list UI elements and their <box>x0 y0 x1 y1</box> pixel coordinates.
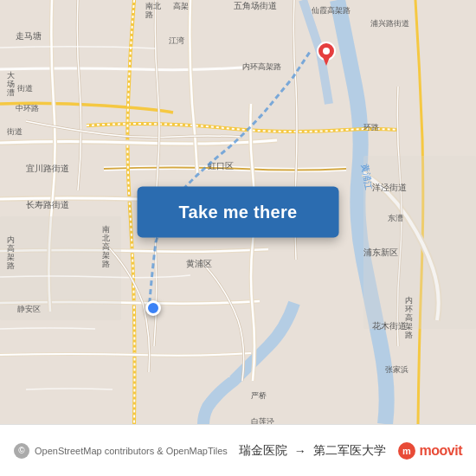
svg-text:中环路: 中环路 <box>16 104 39 113</box>
svg-text:宜川路街道: 宜川路街道 <box>26 164 69 173</box>
copyright-text: OpenStreetMap contributors & OpenMapTile… <box>35 446 228 456</box>
svg-text:静安区: 静安区 <box>17 305 41 313</box>
svg-text:浦东新区: 浦东新区 <box>363 248 398 257</box>
svg-text:张家浜: 张家浜 <box>385 365 408 374</box>
svg-text:北: 北 <box>102 234 110 242</box>
svg-text:环: 环 <box>405 305 413 313</box>
svg-text:高: 高 <box>102 242 110 251</box>
route-origin: 瑞金医院 <box>239 443 287 459</box>
destination-pin <box>317 42 336 71</box>
svg-text:内: 内 <box>405 296 413 305</box>
svg-text:m: m <box>402 446 411 456</box>
copyright-area: © OpenStreetMap contributors & OpenMapTi… <box>14 443 228 459</box>
svg-text:南: 南 <box>102 225 110 234</box>
svg-text:洋泾街道: 洋泾街道 <box>372 183 407 192</box>
svg-text:内环高架路: 内环高架路 <box>242 62 281 71</box>
svg-text:东漕: 东漕 <box>388 214 403 222</box>
route-destination: 第二军医大学 <box>313 443 386 459</box>
route-info: 瑞金医院 → 第二军医大学 <box>239 443 386 459</box>
svg-text:大: 大 <box>7 71 15 80</box>
svg-text:内: 内 <box>7 235 15 244</box>
svg-text:环路: 环路 <box>363 123 379 132</box>
moovit-logo-icon: m <box>397 441 416 460</box>
svg-text:严桥: 严桥 <box>251 391 267 400</box>
svg-text:江湾: 江湾 <box>169 36 184 45</box>
svg-text:长寿路街道: 长寿路街道 <box>26 200 69 209</box>
svg-text:五角场街道: 五角场街道 <box>234 1 277 10</box>
svg-text:黄浦区: 黄浦区 <box>186 259 212 268</box>
origin-pin <box>145 300 161 316</box>
svg-text:高: 高 <box>405 313 413 322</box>
svg-text:花木街道: 花木街道 <box>372 321 407 331</box>
svg-text:架: 架 <box>102 251 110 260</box>
svg-text:路: 路 <box>405 331 413 339</box>
svg-text:街道: 街道 <box>7 127 23 136</box>
svg-text:街道: 街道 <box>17 84 33 93</box>
svg-marker-49 <box>323 57 330 66</box>
svg-text:路: 路 <box>7 261 15 270</box>
svg-text:场: 场 <box>6 80 15 88</box>
moovit-logo: m moovit <box>397 441 462 460</box>
bottom-bar: © OpenStreetMap contributors & OpenMapTi… <box>0 424 476 476</box>
svg-point-48 <box>323 48 330 55</box>
svg-text:高架: 高架 <box>173 2 189 10</box>
take-me-there-button[interactable]: Take me there <box>138 187 339 238</box>
copyright-icon: © <box>14 443 29 459</box>
button-overlay: Take me there <box>138 187 339 238</box>
svg-text:架: 架 <box>7 253 15 261</box>
map-view[interactable]: 走马塘 大 场 漕 街道 中环路 街道 宜川路街道 长寿路街道 内 高 架 路 … <box>0 0 476 424</box>
svg-text:浦兴路街道: 浦兴路街道 <box>370 19 409 28</box>
svg-text:路: 路 <box>145 10 153 19</box>
svg-text:白莲泾: 白莲泾 <box>251 417 274 424</box>
moovit-logo-text: moovit <box>420 443 462 459</box>
svg-text:架: 架 <box>405 322 413 331</box>
svg-rect-2 <box>363 156 476 329</box>
svg-text:走马塘: 走马塘 <box>16 31 42 41</box>
svg-text:南北: 南北 <box>145 2 161 10</box>
route-arrow: → <box>294 444 306 458</box>
svg-text:高: 高 <box>7 244 15 253</box>
svg-text:漕: 漕 <box>7 88 15 97</box>
svg-text:仙霞高架路: 仙霞高架路 <box>312 6 351 15</box>
svg-text:路: 路 <box>102 260 110 268</box>
